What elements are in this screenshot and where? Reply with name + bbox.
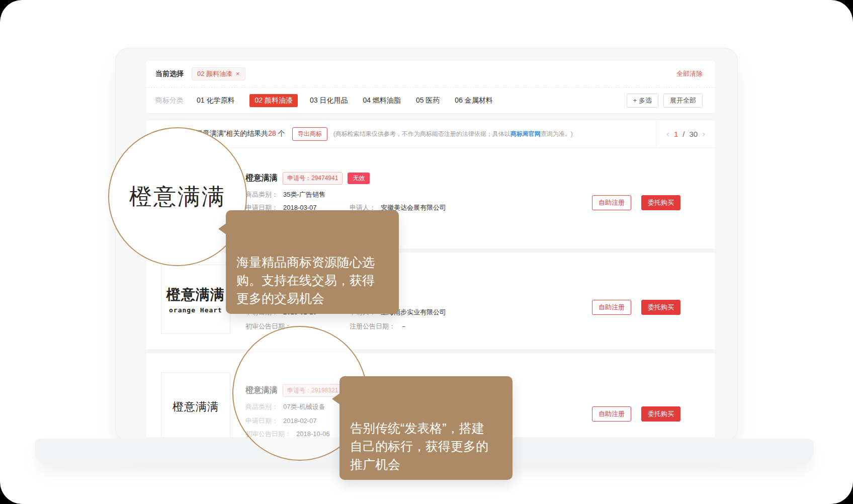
trademark-image[interactable]: 橙意满满 bbox=[161, 372, 230, 438]
chevron-left-icon[interactable]: ‹ bbox=[666, 129, 669, 138]
self-register-button[interactable]: 自助注册 bbox=[592, 300, 631, 315]
trademark-office-link[interactable]: 商标局官网 bbox=[510, 130, 541, 137]
category-actions: + 多选 展开全部 bbox=[627, 94, 703, 108]
trademark-name: 橙意满满 bbox=[245, 173, 278, 184]
page-total: 30 bbox=[689, 130, 698, 138]
tooltip-arrow-icon bbox=[332, 393, 340, 405]
export-trademarks-button[interactable]: 导出商标 bbox=[292, 127, 327, 141]
page-current: 1 bbox=[674, 130, 678, 138]
current-selection-row: 当前选择 02 颜料油漆 × 全部清除 bbox=[146, 60, 715, 87]
row-actions: 自助注册 委托购买 bbox=[592, 195, 680, 210]
callout-tooltip: 告别传统“发表格”，搭建 自己的标行，获得更多的 推广机会 bbox=[339, 376, 513, 480]
magnified-trademark-text: 橙意满满 bbox=[129, 182, 226, 212]
clear-all-link[interactable]: 全部清除 bbox=[676, 69, 703, 78]
category-value: 35类-广告销售 bbox=[283, 191, 325, 198]
results-count: 28 bbox=[268, 129, 276, 137]
callout-tooltip: 海量精品商标资源随心选 购。支持在线交易，获得 更多的交易机会 bbox=[226, 210, 399, 314]
category-chip-02-selected[interactable]: 02 颜料油漆 bbox=[249, 94, 297, 107]
results-toolbar: 为您检索到“橙意满满”相关的结果共28 个 导出商标 (商标检索结果仅供参考，不… bbox=[146, 120, 715, 148]
trademark-image-subtext: orange Heart bbox=[169, 306, 222, 314]
category-label: 商标分类 bbox=[155, 96, 184, 105]
self-register-button[interactable]: 自助注册 bbox=[592, 195, 631, 210]
selected-filter-tag-label: 02 颜料油漆 bbox=[197, 69, 232, 78]
row-divider bbox=[146, 349, 715, 353]
category-chip-01[interactable]: 01 化学原料 bbox=[197, 96, 234, 105]
expand-all-button[interactable]: 展开全部 bbox=[663, 94, 703, 108]
category-row: 商标分类 01 化学原料 02 颜料油漆 03 日化用品 04 燃料油脂 05 … bbox=[146, 88, 715, 114]
status-badge: 无效 bbox=[348, 173, 370, 184]
tooltip-arrow-icon bbox=[218, 223, 227, 235]
self-register-button[interactable]: 自助注册 bbox=[592, 406, 631, 422]
application-number-tag: 申请号：29474941 bbox=[283, 172, 343, 185]
trademark-image[interactable]: 橙意满满 orange Heart bbox=[161, 265, 230, 334]
category-chip-06[interactable]: 06 金属材料 bbox=[455, 96, 492, 105]
reg-notice-date-value: － bbox=[400, 322, 407, 330]
chevron-right-icon[interactable]: › bbox=[702, 129, 705, 138]
tag-close-icon[interactable]: × bbox=[236, 70, 240, 77]
disclaimer-text: (商标检索结果仅供参考，不作为商标能否注册的法律依据；具体以商标局官网查询为准。… bbox=[333, 130, 573, 138]
category-chip-04[interactable]: 04 燃料油脂 bbox=[363, 96, 400, 105]
category-chip-03[interactable]: 03 日化用品 bbox=[310, 96, 348, 105]
current-selection-label: 当前选择 bbox=[155, 69, 184, 78]
entrust-purchase-button[interactable]: 委托购买 bbox=[641, 195, 680, 210]
entrust-purchase-button[interactable]: 委托购买 bbox=[641, 300, 680, 315]
selected-filter-tag[interactable]: 02 颜料油漆 × bbox=[192, 67, 245, 80]
tooltip-text: 海量精品商标资源随心选 购。支持在线交易，获得 更多的交易机会 bbox=[236, 255, 375, 305]
multi-select-button[interactable]: + 多选 bbox=[627, 94, 658, 108]
category-chip-05[interactable]: 05 医药 bbox=[416, 96, 440, 105]
pagination: ‹ 1 / 30 › bbox=[656, 120, 715, 147]
row-actions: 自助注册 委托购买 bbox=[592, 300, 680, 315]
filter-panel: 当前选择 02 颜料油漆 × 全部清除 商标分类 01 化学原料 02 颜料油漆… bbox=[145, 60, 716, 114]
row-actions: 自助注册 委托购买 bbox=[592, 406, 680, 422]
page-background: 当前选择 02 颜料油漆 × 全部清除 商标分类 01 化学原料 02 颜料油漆… bbox=[0, 0, 853, 504]
tooltip-text: 告别传统“发表格”，搭建 自己的标行，获得更多的 推广机会 bbox=[350, 421, 488, 471]
entrust-purchase-button[interactable]: 委托购买 bbox=[641, 406, 680, 422]
